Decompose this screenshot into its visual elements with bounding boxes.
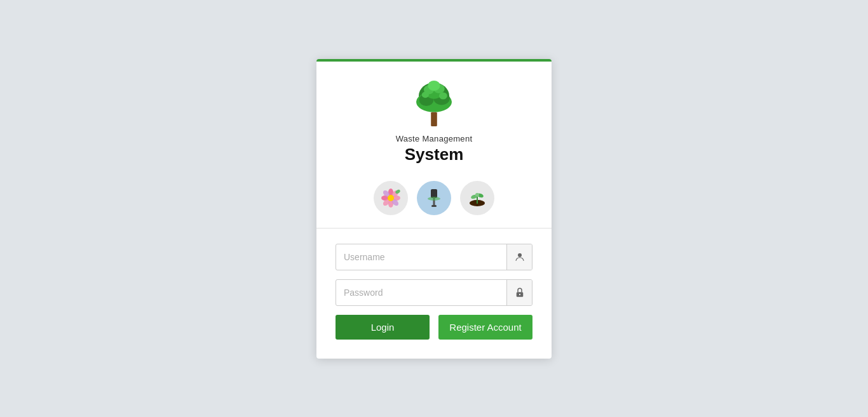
username-input-group [336, 244, 532, 270]
login-button[interactable]: Login [336, 315, 430, 340]
seedling-icon-circle [460, 181, 494, 215]
app-title: System [405, 145, 464, 164]
svg-point-9 [422, 91, 429, 98]
svg-rect-24 [431, 205, 437, 207]
app-subtitle: Waste Management [396, 134, 473, 143]
lock-icon [506, 280, 532, 305]
buttons-row: Login Register Account [336, 315, 532, 340]
password-input-group [336, 279, 532, 306]
svg-point-33 [519, 293, 520, 295]
password-input[interactable] [336, 281, 506, 304]
card-bottom: Login Register Account [316, 228, 552, 359]
shovel-icon-circle [417, 181, 451, 215]
tree-icon [409, 81, 459, 131]
username-input[interactable] [336, 246, 506, 268]
svg-rect-0 [431, 112, 437, 126]
user-icon [506, 244, 532, 270]
card-top: Waste Management System [316, 62, 552, 228]
recycle-icon-circle [374, 181, 408, 215]
svg-point-31 [518, 253, 522, 257]
register-button[interactable]: Register Account [438, 315, 532, 340]
svg-point-25 [428, 197, 440, 201]
svg-point-30 [475, 193, 479, 197]
svg-rect-22 [431, 189, 437, 198]
svg-point-20 [388, 195, 394, 201]
svg-point-8 [428, 81, 440, 91]
svg-point-10 [439, 92, 447, 99]
icons-row [374, 181, 494, 215]
logo-area: Waste Management System [396, 81, 473, 164]
login-card: Waste Management System [316, 59, 552, 359]
